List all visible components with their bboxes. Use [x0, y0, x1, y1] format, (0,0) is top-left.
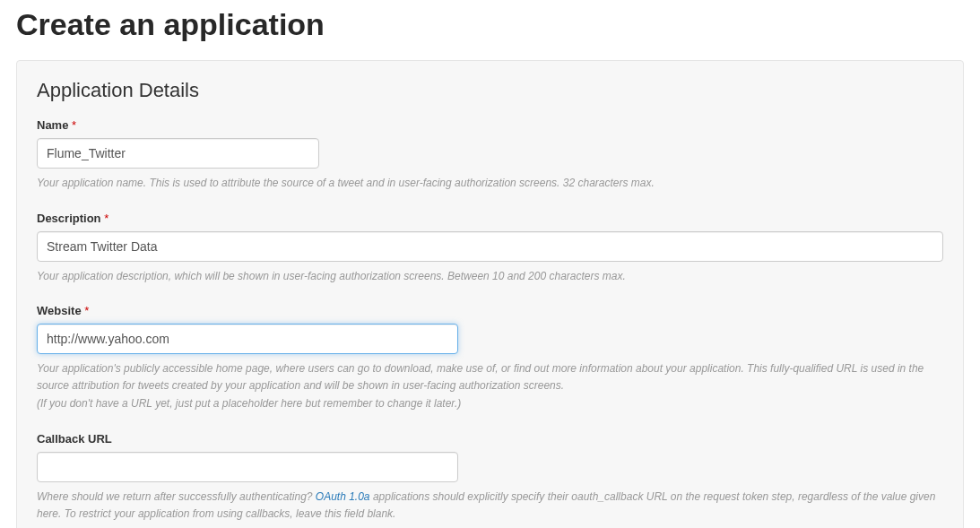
website-label: Website * [37, 304, 943, 317]
name-label: Name * [37, 118, 943, 132]
page-title: Create an application [16, 0, 964, 60]
name-help-text: Your application name. This is used to a… [37, 175, 943, 192]
required-asterisk: * [104, 212, 108, 225]
application-details-panel: Application Details Name * Your applicat… [16, 60, 964, 528]
callback-label: Callback URL [37, 432, 943, 446]
callback-input[interactable] [37, 452, 458, 482]
description-label: Description * [37, 212, 943, 225]
description-field-group: Description * Your application descripti… [37, 212, 943, 285]
website-field-group: Website * Your application's publicly ac… [37, 304, 943, 412]
required-asterisk: * [72, 118, 76, 132]
website-help-text-1: Your application's publicly accessible h… [37, 360, 943, 394]
description-help-text: Your application description, which will… [37, 268, 943, 285]
name-field-group: Name * Your application name. This is us… [37, 118, 943, 192]
website-input[interactable] [37, 324, 458, 354]
callback-help-pre: Where should we return after successfull… [37, 490, 316, 503]
oauth-link[interactable]: OAuth 1.0a [316, 490, 370, 503]
website-label-text: Website [37, 304, 82, 317]
description-input[interactable] [37, 231, 943, 262]
name-input[interactable] [37, 138, 319, 169]
callback-field-group: Callback URL Where should we return afte… [37, 432, 943, 522]
callback-help-text: Where should we return after successfull… [37, 489, 943, 522]
required-asterisk: * [84, 304, 89, 317]
panel-heading: Application Details [37, 79, 943, 102]
name-label-text: Name [37, 118, 68, 132]
description-label-text: Description [37, 212, 101, 225]
callback-label-text: Callback URL [37, 432, 112, 446]
website-help-text-2: (If you don't have a URL yet, just put a… [37, 395, 943, 412]
